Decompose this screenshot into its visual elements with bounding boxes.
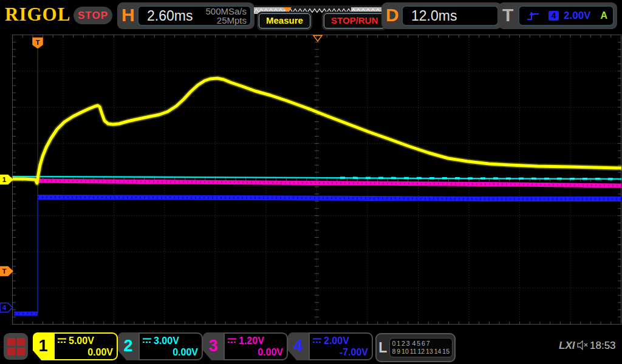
sound-muted-icon bbox=[577, 340, 589, 350]
channel-1-status[interactable]: 1 5.00V 0.00V bbox=[33, 332, 118, 360]
dc-coupling-icon bbox=[313, 338, 322, 343]
bottom-status-bar: 1 5.00V 0.00V 2 3.00V 0.00V 3 1.20V 0.00… bbox=[0, 331, 622, 364]
channel-4-tab[interactable]: 4 bbox=[288, 332, 309, 360]
channel-4-status[interactable]: 4 2.00V -7.00V bbox=[288, 332, 373, 360]
oscilloscope-screen: T1T4 RIGOL STOP H 2.60ms 500MSa/s25Mpts … bbox=[0, 0, 622, 364]
svg-text:4: 4 bbox=[2, 304, 7, 311]
channel-4-offset: -7.00V bbox=[340, 346, 368, 358]
channel-3-offset: 0.00V bbox=[258, 346, 283, 358]
dc-coupling-icon bbox=[228, 338, 237, 343]
trigger-label: T bbox=[502, 5, 513, 25]
digital-channels-status[interactable]: L 0 1 2 3 4 5 6 78 9 10 11 12 13 14 15 bbox=[375, 333, 456, 362]
svg-text:T: T bbox=[2, 268, 6, 275]
rigol-logo: RIGOL bbox=[5, 4, 70, 25]
trigger-level-value: 2.00V bbox=[564, 10, 590, 22]
lxi-logo: LXI bbox=[559, 340, 575, 352]
channel-1-scale: 5.00V bbox=[69, 335, 94, 346]
timebase-value: 2.60ms bbox=[147, 8, 193, 24]
channel-4-scale: 2.00V bbox=[324, 335, 349, 346]
stop-run-button[interactable]: STOP/RUN bbox=[324, 13, 385, 29]
horizontal-settings-box[interactable]: H 2.60ms 500MSa/s25Mpts bbox=[117, 2, 255, 29]
trigger-position-marker[interactable]: T bbox=[33, 38, 43, 49]
delay-settings-box[interactable]: D 12.0ms bbox=[381, 2, 502, 29]
trigger-sweep-mode: A bbox=[600, 10, 607, 21]
delay-value: 12.0ms bbox=[411, 8, 457, 24]
delay-label: D bbox=[386, 5, 399, 25]
waveform-display: T1T4 bbox=[0, 0, 622, 364]
clock: 18:53 bbox=[590, 340, 616, 352]
run-state-badge: STOP bbox=[73, 7, 112, 24]
svg-text:1: 1 bbox=[2, 176, 7, 183]
top-status-bar: RIGOL STOP H 2.60ms 500MSa/s25Mpts Measu… bbox=[0, 0, 622, 32]
ch1-glow bbox=[13, 78, 621, 183]
dc-coupling-icon bbox=[58, 338, 67, 343]
ch4-trace bbox=[38, 197, 621, 199]
channel-2-status[interactable]: 2 3.00V 0.00V bbox=[118, 332, 203, 360]
channel-3-tab[interactable]: 3 bbox=[203, 332, 224, 360]
trigger-settings-box[interactable]: T 4 2.00V A bbox=[498, 2, 617, 29]
channel-2-tab[interactable]: 2 bbox=[118, 332, 138, 360]
menu-grid-icon[interactable] bbox=[4, 333, 28, 360]
channel-2-scale: 3.00V bbox=[154, 335, 179, 346]
svg-text:T: T bbox=[36, 39, 40, 46]
trigger-level-marker[interactable]: T bbox=[0, 267, 13, 276]
channel-3-scale: 1.20V bbox=[239, 335, 264, 346]
measure-button[interactable]: Measure bbox=[259, 13, 310, 29]
dc-coupling-icon bbox=[143, 338, 152, 343]
acquisition-info: 500MSa/s25Mpts bbox=[205, 7, 247, 25]
rising-edge-icon bbox=[527, 11, 540, 21]
trigger-markers: T1T4 bbox=[0, 36, 322, 312]
ch3-trace bbox=[38, 181, 621, 186]
trigger-source-badge: 4 bbox=[549, 11, 559, 21]
channel-2-offset: 0.00V bbox=[173, 346, 198, 358]
channel-1-offset: 0.00V bbox=[87, 346, 113, 358]
digital-label: L bbox=[377, 340, 389, 356]
channel-1-tab[interactable]: 1 bbox=[33, 332, 53, 360]
channel-4-zero-marker[interactable]: 4 bbox=[0, 303, 13, 312]
channel-1-zero-marker[interactable]: 1 bbox=[0, 175, 13, 184]
delay-position-marker bbox=[313, 36, 322, 42]
digital-channel-list: 0 1 2 3 4 5 6 78 9 10 11 12 13 14 15 bbox=[389, 338, 453, 357]
memory-position-strip[interactable] bbox=[254, 5, 394, 12]
channel-3-status[interactable]: 3 1.20V 0.00V bbox=[203, 332, 288, 360]
horizontal-label: H bbox=[121, 5, 135, 25]
